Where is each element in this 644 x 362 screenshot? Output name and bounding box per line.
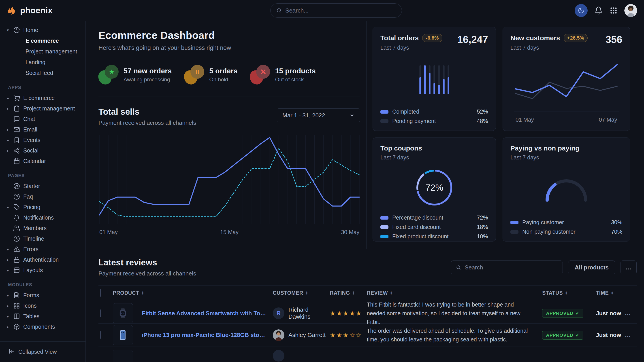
sidebar-item-layouts[interactable]: ▸Layouts	[6, 265, 81, 276]
top-navbar: phoenix	[0, 0, 644, 21]
brand-logo[interactable]: phoenix	[7, 5, 52, 15]
sort-icon: ▲▼	[142, 291, 144, 295]
sidebar-item-errors[interactable]: ▸Errors	[6, 244, 81, 255]
customer-cell[interactable]: Ashley Garrett	[273, 329, 330, 341]
sidebar-item-events[interactable]: ▸Events	[6, 135, 81, 145]
check-icon: ✓	[576, 311, 580, 316]
sidebar-item-landing[interactable]: Landing	[6, 57, 81, 67]
more-options-button[interactable]: ...	[620, 261, 636, 274]
column-header-status[interactable]: STATUS▲▼	[542, 290, 596, 296]
sidebar-item-project-management[interactable]: Project management	[6, 46, 81, 57]
product-link[interactable]: iPhone 13 pro max-Pacific Blue-128GB sto…	[142, 332, 273, 339]
sidebar-nav: ▾HomeE commerceProject managementLanding…	[0, 25, 86, 342]
legend-item: Percentage discount72%	[380, 214, 488, 221]
global-search[interactable]	[270, 3, 402, 18]
sidebar-item-components[interactable]: ▸Components	[6, 322, 81, 332]
global-search-input[interactable]	[285, 7, 396, 14]
row-checkbox[interactable]	[100, 331, 101, 339]
legend-value: 72%	[477, 214, 488, 221]
total-sells-header: Total sells Payment received across all …	[98, 107, 360, 126]
stats-row: ★57 new ordersAwating processing5 orders…	[98, 65, 360, 84]
row-checkbox[interactable]	[100, 310, 101, 317]
collapse-view-button[interactable]: Collapsed View	[0, 342, 86, 362]
select-all-checkbox[interactable]	[100, 289, 101, 297]
customer-cell[interactable]: RRichard Dawkins	[273, 306, 330, 320]
legend-item: Paying customer30%	[510, 219, 622, 226]
column-header-review[interactable]: REVIEW▲▼	[367, 290, 542, 296]
sidebar-item-pricing[interactable]: ▸Pricing	[6, 202, 81, 212]
svg-text:30 May: 30 May	[341, 229, 359, 235]
date-range-select[interactable]: Mar 1 - 31, 2022	[277, 108, 360, 122]
column-header-customer[interactable]: CUSTOMER▲▼	[273, 290, 330, 296]
column-header-product[interactable]: PRODUCT▲▼	[113, 290, 273, 296]
sidebar-item-label: Timeline	[23, 235, 44, 242]
product-thumbnail-phone[interactable]	[113, 325, 133, 345]
notifications-bell-icon[interactable]	[594, 6, 603, 15]
top-coupons-card: Top coupons Last 7 days 72% Percentage d…	[372, 137, 496, 242]
latest-reviews-section: Latest reviews Payment received across a…	[86, 249, 644, 362]
row-actions-button[interactable]: ...	[625, 310, 636, 317]
sidebar-item-timeline[interactable]: Timeline	[6, 233, 81, 244]
legend-value: 30%	[611, 219, 622, 226]
customer-name: Ashley Garrett	[288, 332, 326, 339]
all-products-button[interactable]: All products	[568, 261, 615, 274]
total-sells-chart: 01 May15 May30 May	[98, 133, 360, 236]
legend-value: 10%	[477, 233, 488, 240]
legend-label: Paying customer	[522, 219, 564, 226]
stat-value: 57 new orders	[124, 67, 172, 75]
product-thumbnail[interactable]	[113, 350, 133, 362]
sidebar-item-project-management[interactable]: ▸Project management	[6, 103, 81, 114]
sidebar-item-faq[interactable]: Faq	[6, 191, 81, 202]
pause-icon	[184, 65, 204, 84]
svg-text:01 May: 01 May	[99, 229, 118, 235]
sidebar-item-social-feed[interactable]: Social feed	[6, 67, 81, 78]
sidebar-item-calendar[interactable]: Calendar	[6, 156, 81, 166]
total-sells-subtitle: Payment received across all channels	[98, 119, 196, 126]
theme-toggle-button[interactable]	[575, 4, 588, 17]
user-avatar[interactable]	[624, 4, 637, 17]
sidebar-item-e-commerce[interactable]: E commerce	[6, 35, 81, 46]
sidebar-item-members[interactable]: Members	[6, 223, 81, 233]
sidebar-item-label: Icons	[23, 303, 37, 309]
lock-icon	[13, 257, 20, 263]
status-badge: APPROVED✓	[542, 309, 583, 318]
chevron-down-icon	[350, 113, 354, 118]
cart-icon	[13, 95, 20, 101]
sidebar-item-label: Email	[23, 126, 37, 133]
row-actions-button[interactable]: ...	[625, 332, 636, 339]
dashboard-top: Ecommerce Dashboard Here's what's going …	[86, 21, 644, 249]
product-link[interactable]: Fitbit Sense Advanced Smartwatch with To…	[142, 310, 273, 317]
stat-red: ×15 productsOut of stock	[250, 65, 316, 84]
sidebar-item-social[interactable]: ▸Social	[6, 145, 81, 156]
sidebar-item-tables[interactable]: ▸Tables	[6, 311, 81, 322]
star-icon: ★	[98, 65, 118, 84]
collapse-view-label: Collapsed View	[18, 349, 57, 355]
sidebar-item-forms[interactable]: ▸Forms	[6, 290, 81, 301]
caret-right-icon: ▸	[6, 138, 10, 143]
dashboard-main-panel: Ecommerce Dashboard Here's what's going …	[86, 21, 366, 249]
calendar-icon	[13, 158, 20, 165]
column-header-rating[interactable]: RATING▲▼	[330, 290, 367, 296]
legend-value: 18%	[477, 224, 488, 230]
customer-avatar	[273, 329, 284, 341]
sidebar-item-chat[interactable]: Chat	[6, 114, 81, 124]
caret-down-icon: ▾	[6, 28, 10, 33]
legend-item: Non-paying customer70%	[510, 229, 622, 235]
caret-right-icon: ▸	[6, 257, 10, 262]
column-header-time[interactable]: TIME▲▼	[596, 290, 625, 296]
product-thumbnail-smartwatch[interactable]	[113, 303, 133, 323]
sidebar-item-email[interactable]: ▸Email	[6, 124, 81, 135]
apps-grid-icon[interactable]	[610, 6, 618, 14]
sidebar-item-e-commerce[interactable]: ▸E commerce	[6, 93, 81, 103]
reviews-search[interactable]	[451, 261, 563, 274]
sidebar-item-starter[interactable]: Starter	[6, 181, 81, 191]
sidebar-item-notifications[interactable]: Notifications	[6, 212, 81, 223]
reviews-search-input[interactable]	[464, 264, 558, 271]
sidebar-item-label: Chat	[23, 116, 35, 122]
sidebar-item-label: Pricing	[23, 204, 40, 210]
sidebar-item-icons[interactable]: ▸Icons	[6, 301, 81, 311]
help-circle-icon	[13, 193, 20, 200]
legend-label: Non-paying customer	[522, 229, 576, 235]
sidebar-item-home[interactable]: ▾Home	[6, 25, 81, 35]
sidebar-item-authentication[interactable]: ▸Authentication	[6, 255, 81, 265]
